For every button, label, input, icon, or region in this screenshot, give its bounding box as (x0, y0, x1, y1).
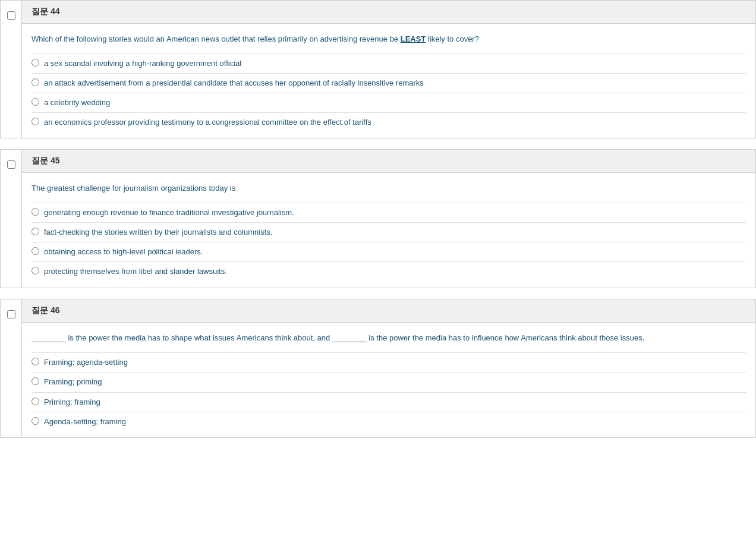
question-44-body: Which of the following stories would an … (22, 24, 755, 138)
question-46-fill-blank: ________ is the power the media has to s… (32, 332, 746, 345)
question-45-content: 질문 45 The greatest challenge for journal… (22, 150, 755, 287)
option-45-1-label: generating enough revenue to finance tra… (44, 207, 294, 218)
question-45-checkbox[interactable] (7, 160, 15, 169)
option-45-2-label: fact-checking the stories written by the… (44, 227, 272, 238)
option-46-2-label: Framing; priming (44, 377, 102, 387)
question-44-checkbox-col (1, 1, 22, 138)
option-44-1-label: a sex scandal involving a high-ranking g… (44, 58, 241, 69)
question-45-label: 질문 45 (32, 156, 59, 165)
question-46-checkbox[interactable] (7, 310, 15, 318)
option-45-3-radio[interactable] (32, 247, 39, 255)
question-46-content: 질문 46 ________ is the power the media ha… (22, 299, 755, 438)
option-45-2-row: fact-checking the stories written by the… (32, 222, 746, 242)
question-45-text: The greatest challenge for journalism or… (32, 182, 746, 194)
option-45-3-label: obtaining access to high-level political… (44, 247, 203, 257)
question-46-body: ________ is the power the media has to s… (22, 323, 755, 438)
option-44-2-label: an attack advertisement from a president… (44, 78, 424, 89)
option-46-3-label: Priming; framing (44, 397, 100, 408)
question-45-block: 질문 45 The greatest challenge for journal… (0, 149, 756, 288)
question-46-block: 질문 46 ________ is the power the media ha… (0, 299, 756, 439)
question-46-label: 질문 46 (32, 305, 59, 315)
option-44-4-row: an economics professor providing testimo… (32, 112, 746, 132)
question-45-body: The greatest challenge for journalism or… (22, 173, 755, 287)
option-46-3-radio[interactable] (32, 398, 39, 405)
option-46-1-radio[interactable] (32, 358, 39, 365)
option-44-4-radio[interactable] (32, 118, 39, 125)
question-44-content: 질문 44 Which of the following stories wou… (22, 1, 755, 138)
option-44-1-radio[interactable] (32, 59, 39, 67)
option-45-4-row: protecting themselves from libel and sla… (32, 261, 746, 281)
question-44-text: Which of the following stories would an … (32, 33, 746, 45)
option-45-4-radio[interactable] (32, 267, 39, 275)
option-46-4-row: Agenda-setting; framing (32, 412, 746, 431)
option-44-1-row: a sex scandal involving a high-ranking g… (32, 53, 746, 73)
question-46-header: 질문 46 (22, 299, 755, 323)
question-44-block: 질문 44 Which of the following stories wou… (0, 0, 756, 138)
option-46-1-row: Framing; agenda-setting (32, 352, 746, 372)
option-45-2-radio[interactable] (32, 228, 39, 235)
option-44-2-row: an attack advertisement from a president… (32, 73, 746, 93)
option-46-4-label: Agenda-setting; framing (44, 417, 126, 427)
option-45-4-label: protecting themselves from libel and sla… (44, 266, 227, 277)
question-44-checkbox[interactable] (7, 11, 15, 20)
question-45-checkbox-col (1, 150, 22, 287)
option-46-1-label: Framing; agenda-setting (44, 357, 128, 368)
question-44-label: 질문 44 (32, 7, 59, 16)
option-44-2-radio[interactable] (32, 78, 39, 86)
option-44-3-label: a celebrity wedding (44, 97, 110, 108)
option-45-1-radio[interactable] (32, 208, 39, 216)
option-44-4-label: an economics professor providing testimo… (44, 117, 371, 128)
question-46-checkbox-col (1, 299, 22, 438)
option-45-1-row: generating enough revenue to finance tra… (32, 203, 746, 222)
question-45-header: 질문 45 (22, 150, 755, 173)
option-46-4-radio[interactable] (32, 417, 39, 425)
question-44-header: 질문 44 (22, 1, 755, 24)
option-45-3-row: obtaining access to high-level political… (32, 242, 746, 261)
option-44-3-radio[interactable] (32, 98, 39, 106)
option-46-2-row: Framing; priming (32, 372, 746, 392)
option-44-3-row: a celebrity wedding (32, 93, 746, 112)
option-46-3-row: Priming; framing (32, 392, 746, 412)
option-46-2-radio[interactable] (32, 377, 39, 385)
